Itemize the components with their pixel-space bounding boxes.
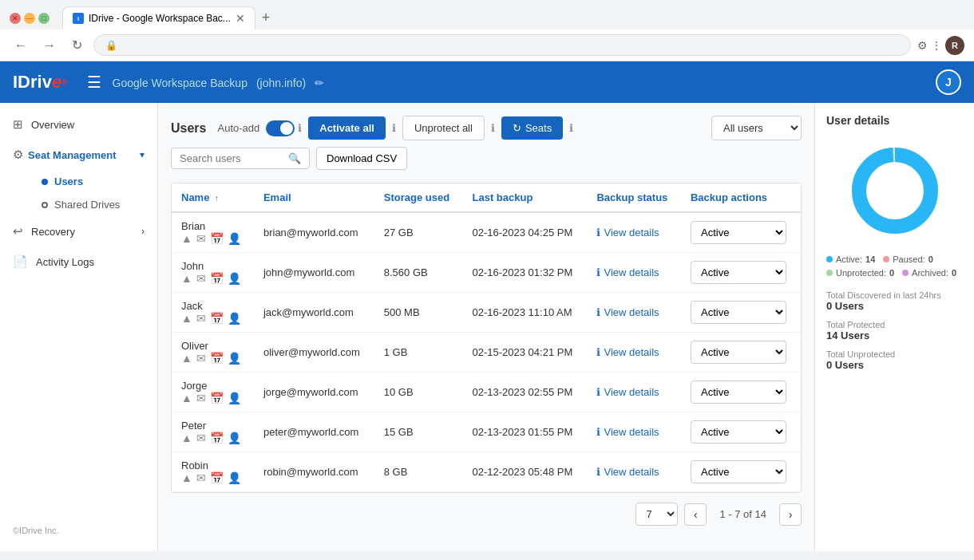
browser-tab[interactable]: i IDrive - Google Workspace Bac... ✕ bbox=[62, 6, 255, 30]
gmail-icon[interactable]: ✉ bbox=[196, 471, 206, 484]
view-details-1[interactable]: ℹ View details bbox=[596, 266, 671, 278]
edit-icon[interactable]: ✏ bbox=[315, 77, 324, 89]
table-row: Brian ▲ ✉ 📅 👤 brian@myworld.com 27 GB 02… bbox=[172, 212, 801, 253]
cell-backup-status-2: ℹ View details bbox=[587, 293, 681, 333]
calendar-icon[interactable]: 📅 bbox=[210, 232, 224, 245]
activate-all-button[interactable]: Activate all bbox=[308, 116, 386, 140]
view-details-3[interactable]: ℹ View details bbox=[596, 346, 671, 358]
cell-last-backup-5: 02-13-2023 01:55 PM bbox=[463, 412, 588, 452]
browser-maximize-button[interactable]: □ bbox=[38, 13, 49, 24]
new-tab-button[interactable]: + bbox=[255, 6, 277, 30]
calendar-icon[interactable]: 📅 bbox=[210, 352, 224, 365]
calendar-icon[interactable]: 📅 bbox=[210, 272, 224, 285]
backup-action-select-0[interactable]: Active Paused Unprotect Archived bbox=[691, 221, 786, 244]
gmail-icon[interactable]: ✉ bbox=[196, 392, 206, 404]
sidebar-item-users[interactable]: Users bbox=[26, 170, 157, 193]
drive-icon[interactable]: ▲ bbox=[181, 432, 192, 444]
view-details-5[interactable]: ℹ View details bbox=[596, 426, 671, 438]
gmail-icon[interactable]: ✉ bbox=[196, 272, 206, 285]
drive-icon[interactable]: ▲ bbox=[181, 272, 192, 285]
auto-add-toggle[interactable] bbox=[266, 120, 295, 136]
discovered-label: Total Discovered in last 24hrs bbox=[826, 290, 963, 300]
tab-close-button[interactable]: ✕ bbox=[236, 12, 245, 25]
sidebar-item-shared-drives[interactable]: Shared Drives bbox=[26, 193, 157, 216]
next-page-button[interactable]: › bbox=[779, 503, 802, 526]
drive-icon[interactable]: ▲ bbox=[181, 312, 192, 325]
col-name[interactable]: Name ↑ bbox=[172, 183, 254, 212]
calendar-icon[interactable]: 📅 bbox=[210, 432, 224, 444]
calendar-icon[interactable]: 📅 bbox=[210, 392, 224, 404]
unprotect-all-info-icon[interactable]: ℹ bbox=[491, 122, 495, 134]
cell-email-3: oliver@myworld.com bbox=[254, 333, 374, 373]
cell-backup-status-1: ℹ View details bbox=[587, 253, 681, 293]
view-details-2[interactable]: ℹ View details bbox=[596, 306, 671, 318]
backup-action-select-6[interactable]: Active Paused Unprotect Archived bbox=[691, 460, 786, 483]
backup-action-select-1[interactable]: Active Paused Unprotect Archived bbox=[691, 261, 786, 284]
col-email[interactable]: Email bbox=[254, 183, 374, 212]
gmail-icon[interactable]: ✉ bbox=[196, 432, 206, 444]
backup-action-select-2[interactable]: Active Paused Unprotect Archived bbox=[691, 301, 786, 324]
view-details-6[interactable]: ℹ View details bbox=[596, 466, 671, 478]
col-backup-actions[interactable]: Backup actions bbox=[681, 183, 801, 212]
forward-button[interactable]: → bbox=[38, 35, 61, 56]
hamburger-button[interactable]: ☰ bbox=[81, 69, 108, 95]
page-size-select[interactable]: 7 14 25 50 bbox=[635, 503, 678, 526]
sidebar-item-overview[interactable]: ⊞ Overview bbox=[0, 109, 157, 140]
active-dot bbox=[42, 179, 48, 185]
cell-last-backup-3: 02-15-2023 04:21 PM bbox=[463, 333, 588, 373]
contacts-icon[interactable]: 👤 bbox=[228, 471, 241, 484]
extensions-button[interactable]: ⚙ bbox=[917, 39, 928, 52]
col-backup-status[interactable]: Backup status bbox=[587, 183, 681, 212]
seats-info-icon[interactable]: ℹ bbox=[569, 122, 573, 134]
unprotected-stat-label: Total Unprotected bbox=[826, 349, 963, 359]
col-storage[interactable]: Storage used bbox=[374, 183, 463, 212]
users-page-title: Users bbox=[171, 121, 206, 136]
contacts-icon[interactable]: 👤 bbox=[228, 432, 241, 444]
view-details-0[interactable]: ℹ View details bbox=[596, 227, 671, 239]
sidebar-item-seat-management[interactable]: ⚙ Seat Management ▾ bbox=[0, 140, 157, 170]
gmail-icon[interactable]: ✉ bbox=[196, 352, 206, 365]
prev-page-button[interactable]: ‹ bbox=[684, 503, 707, 526]
browser-minimize-button[interactable]: — bbox=[24, 13, 35, 24]
sidebar-item-recovery[interactable]: ↩ Recovery › bbox=[0, 216, 157, 246]
cell-last-backup-1: 02-16-2023 01:32 PM bbox=[463, 253, 588, 293]
browser-user-avatar: R bbox=[945, 36, 964, 55]
sidebar-overview-label: Overview bbox=[31, 119, 74, 131]
gmail-icon[interactable]: ✉ bbox=[196, 232, 206, 245]
filter-select[interactable]: All users Active Paused Unprotected Arch… bbox=[711, 116, 802, 140]
cell-last-backup-0: 02-16-2023 04:25 PM bbox=[463, 212, 588, 253]
drive-icon[interactable]: ▲ bbox=[181, 392, 192, 404]
drive-icon[interactable]: ▲ bbox=[181, 471, 192, 484]
drive-icon[interactable]: ▲ bbox=[181, 352, 192, 365]
view-details-4[interactable]: ℹ View details bbox=[596, 386, 671, 398]
paused-legend-value: 0 bbox=[928, 254, 933, 264]
col-last-backup[interactable]: Last backup bbox=[463, 183, 588, 212]
search-input[interactable] bbox=[180, 152, 283, 164]
contacts-icon[interactable]: 👤 bbox=[228, 272, 241, 285]
unprotect-all-button[interactable]: Unprotect all bbox=[402, 116, 485, 140]
auto-add-info-icon[interactable]: ℹ bbox=[298, 122, 302, 134]
drive-icon[interactable]: ▲ bbox=[181, 232, 192, 245]
sidebar-item-activity-logs[interactable]: 📄 Activity Logs bbox=[0, 246, 157, 277]
contacts-icon[interactable]: 👤 bbox=[228, 312, 241, 325]
backup-action-select-5[interactable]: Active Paused Unprotect Archived bbox=[691, 420, 786, 444]
browser-menu-button[interactable]: ⋮ bbox=[931, 39, 942, 52]
download-csv-button[interactable]: Download CSV bbox=[316, 147, 407, 170]
gmail-icon[interactable]: ✉ bbox=[196, 312, 206, 325]
calendar-icon[interactable]: 📅 bbox=[210, 312, 224, 325]
url-input[interactable]: idrivec2c.com/#/google/seat-management/u… bbox=[124, 39, 899, 51]
cell-storage-2: 500 MB bbox=[374, 293, 463, 333]
backup-action-select-3[interactable]: Active Paused Unprotect Archived bbox=[691, 341, 786, 364]
activate-all-info-icon[interactable]: ℹ bbox=[392, 122, 396, 134]
header-user-avatar[interactable]: J bbox=[936, 69, 961, 95]
calendar-icon[interactable]: 📅 bbox=[210, 471, 224, 484]
contacts-icon[interactable]: 👤 bbox=[228, 232, 241, 245]
seats-button[interactable]: ↻ Seats bbox=[501, 116, 563, 140]
cell-name-1: John ▲ ✉ 📅 👤 bbox=[172, 253, 254, 293]
browser-close-button[interactable]: ✕ bbox=[10, 13, 21, 24]
reload-button[interactable]: ↻ bbox=[67, 34, 87, 56]
back-button[interactable]: ← bbox=[10, 35, 32, 56]
contacts-icon[interactable]: 👤 bbox=[228, 392, 241, 404]
contacts-icon[interactable]: 👤 bbox=[228, 352, 241, 365]
backup-action-select-4[interactable]: Active Paused Unprotect Archived bbox=[691, 381, 786, 404]
